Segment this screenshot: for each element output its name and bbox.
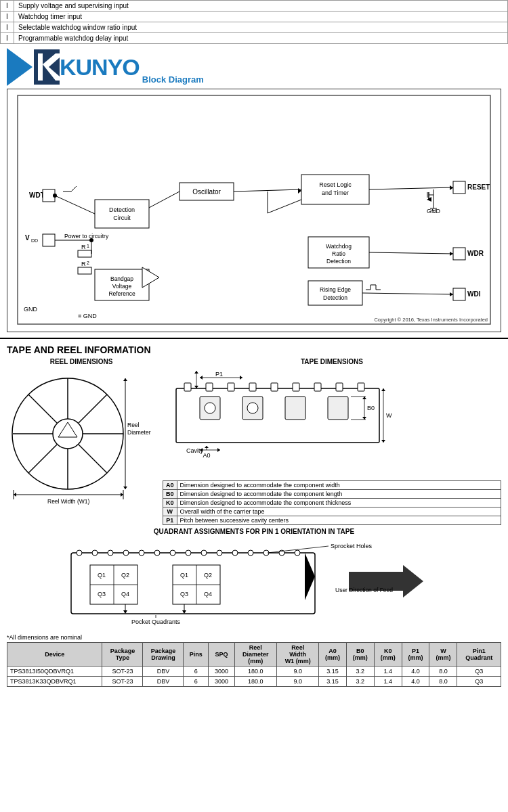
svg-marker-87	[123, 378, 127, 381]
data-table-row: TPS3813I50QDBVRQ1SOT-23DBV63000180.09.03…	[7, 667, 501, 677]
data-table-cell: 9.0	[277, 667, 319, 677]
tape-reel-content: REEL DIMENSIONS Reel Diameter	[0, 358, 508, 525]
svg-marker-120	[381, 388, 385, 391]
svg-rect-73	[18, 95, 490, 324]
svg-point-145	[170, 550, 175, 556]
svg-text:Q4: Q4	[121, 591, 129, 597]
dimension-table: A0Dimension designed to accommodate the …	[163, 480, 501, 525]
svg-text:Rising Edge: Rising Edge	[320, 286, 351, 293]
svg-point-139	[77, 550, 82, 556]
dim-table-row: B0Dimension designed to accommodate the …	[163, 490, 501, 499]
svg-marker-121	[381, 440, 385, 443]
svg-point-147	[201, 550, 207, 556]
svg-rect-43	[78, 250, 91, 257]
svg-point-144	[154, 550, 160, 556]
svg-text:Reel Width (W1): Reel Width (W1)	[47, 498, 90, 505]
quadrant-diagram: Q1 Q2 Q3 Q4 Q1 Q2 Q3 Q4 Pocket Quadrants…	[64, 539, 444, 627]
data-table-cell: 1.4	[374, 667, 402, 677]
svg-rect-103	[293, 383, 299, 391]
pin-description: Watchdog timer input	[14, 12, 508, 22]
svg-text:P1: P1	[215, 371, 223, 378]
block-diagram-svg: WDT Detection Circuit Oscillator Reset L…	[13, 95, 495, 325]
svg-text:W: W	[386, 412, 392, 419]
dim-key: K0	[163, 499, 177, 508]
data-table-cell: 6	[184, 677, 209, 687]
svg-point-50	[53, 194, 57, 198]
svg-text:Q3: Q3	[180, 591, 188, 597]
svg-marker-136	[217, 448, 220, 452]
data-table-cell: 3.15	[319, 667, 347, 677]
svg-point-110	[247, 403, 258, 413]
dim-table-row: A0Dimension designed to accommodate the …	[163, 481, 501, 490]
svg-text:and Timer: and Timer	[322, 189, 349, 196]
svg-point-76	[53, 419, 83, 449]
svg-line-54	[234, 189, 301, 191]
svg-text:Diameter: Diameter	[127, 429, 151, 436]
svg-rect-101	[249, 383, 256, 391]
tape-dimensions: TAPE DIMENSIONS	[163, 358, 501, 525]
data-table-cell: 6	[184, 667, 209, 677]
dim-desc: Overall width of the carrier tape	[177, 508, 501, 516]
svg-text:A0: A0	[203, 452, 210, 459]
svg-marker-124	[194, 371, 198, 374]
data-table-cell: 4.0	[402, 677, 429, 687]
svg-line-56	[268, 200, 301, 213]
dim-table-row: K0Dimension designed to accommodate the …	[163, 499, 501, 508]
header: KUNYO Block Diagram	[0, 44, 508, 89]
svg-text:User Direction of Feed: User Direction of Feed	[335, 587, 393, 593]
quadrant-section: QUADRANT ASSIGNMENTS FOR PIN 1 ORIENTATI…	[0, 525, 508, 631]
pin-type: I	[1, 33, 14, 44]
tape-reel-heading: TAPE AND REEL INFORMATION	[0, 338, 508, 358]
svg-rect-98	[184, 383, 191, 391]
pin-type-row: IProgrammable watchdog delay input	[1, 33, 508, 44]
svg-text:Voltage: Voltage	[112, 283, 132, 290]
quadrant-title: QUADRANT ASSIGNMENTS FOR PIN 1 ORIENTATI…	[7, 528, 501, 535]
svg-marker-47	[142, 267, 159, 288]
svg-text:V: V	[25, 234, 30, 242]
tape-dimensions-title: TAPE DIMENSIONS	[163, 358, 501, 365]
svg-text:Power to circuitry: Power to circuitry	[64, 233, 109, 240]
device-data-table: DevicePackage TypePackage DrawingPinsSPQ…	[7, 642, 501, 687]
data-table-cell: SOT-23	[102, 667, 143, 677]
svg-marker-0	[7, 48, 33, 86]
data-table-row: TPS3813K33QDBVRQ1SOT-23DBV63000180.09.03…	[7, 677, 501, 687]
wdt-label: WDT	[29, 191, 45, 199]
data-table-header-cell: K0 (mm)	[374, 643, 402, 667]
dim-key: B0	[163, 490, 177, 499]
data-table-cell: 3.2	[346, 677, 374, 687]
svg-text:Q3: Q3	[98, 591, 106, 597]
svg-point-150	[248, 550, 253, 556]
data-table-header-cell: SPQ	[209, 643, 234, 667]
svg-line-53	[149, 191, 179, 208]
svg-text:Pocket Quadrants: Pocket Quadrants	[131, 618, 181, 625]
svg-text:Bandgap: Bandgap	[110, 275, 133, 282]
svg-marker-88	[123, 487, 127, 489]
data-table-header-cell: Reel Diameter (mm)	[234, 643, 277, 667]
dim-desc: Dimension designed to accommodate the co…	[177, 490, 501, 499]
tape-diagram: B0 W K0 P1 Cavity	[163, 368, 413, 476]
svg-text:B0: B0	[367, 405, 375, 411]
dim-table-row: P1Pitch between successive cavity center…	[163, 516, 501, 525]
svg-text:WDI: WDI	[467, 290, 481, 298]
svg-marker-133	[205, 446, 209, 448]
data-table-header-cell: Package Drawing	[143, 643, 184, 667]
data-table-cell: DBV	[143, 667, 184, 677]
svg-text:Q2: Q2	[204, 572, 212, 579]
data-table-cell: TPS3813I50QDBVRQ1	[7, 667, 102, 677]
svg-text:R: R	[81, 261, 86, 267]
svg-text:Q2: Q2	[121, 572, 129, 579]
data-table-header-cell: W (mm)	[429, 643, 457, 667]
pin-description: Supply voltage and supervising input	[14, 1, 508, 12]
pin-type: I	[1, 22, 14, 33]
svg-line-58	[369, 187, 453, 189]
svg-text:Sprocket Holes: Sprocket Holes	[331, 543, 373, 549]
svg-rect-17	[308, 281, 362, 305]
data-table-cell: Q3	[457, 677, 501, 687]
pin-description: Selectable watchdog window ratio input	[14, 22, 508, 33]
svg-line-70	[362, 293, 453, 294]
data-table-cell: 8.0	[429, 667, 457, 677]
svg-point-149	[232, 550, 238, 556]
svg-rect-105	[336, 383, 343, 391]
data-table-header-cell: Pin1 Quadrant	[457, 643, 501, 667]
svg-text:2: 2	[87, 261, 89, 265]
